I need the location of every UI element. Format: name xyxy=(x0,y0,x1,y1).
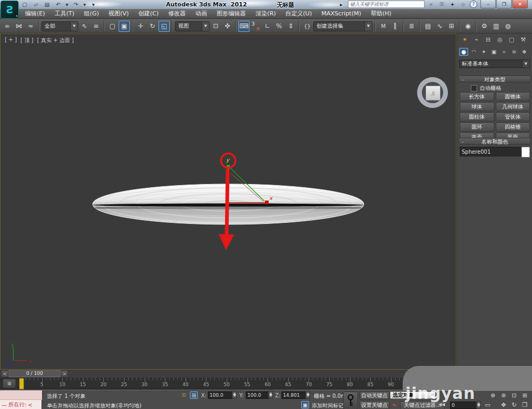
undo-dropdown-icon[interactable] xyxy=(65,1,69,8)
absolute-offset-toggle-icon[interactable] xyxy=(190,391,198,399)
save-file-icon[interactable] xyxy=(43,1,52,8)
zoom-extents-all-icon[interactable] xyxy=(520,391,529,399)
add-time-tag-icon[interactable] xyxy=(301,401,309,408)
bind-to-space-warp-icon[interactable] xyxy=(25,21,36,32)
menu-item[interactable]: 自定义(U) xyxy=(281,9,317,19)
close-button[interactable] xyxy=(512,0,528,9)
object-type-button[interactable]: 球体 xyxy=(460,102,494,111)
new-key-mode-icon[interactable] xyxy=(390,401,398,408)
rectangular-selection-region-icon[interactable] xyxy=(107,21,118,32)
select-and-scale-icon[interactable] xyxy=(159,21,170,32)
mini-curve-editor-icon[interactable] xyxy=(3,379,16,388)
maxscript-listener-line[interactable]: — 所在行: < xyxy=(0,400,42,409)
orbit-icon[interactable] xyxy=(510,401,519,409)
viewcube[interactable]: 上 xyxy=(417,77,448,108)
selection-filter-dropdown[interactable]: 全部 xyxy=(41,21,78,31)
current-frame-field[interactable] xyxy=(450,402,477,409)
pan-icon[interactable] xyxy=(499,401,508,409)
redo-dropdown-icon[interactable] xyxy=(82,1,87,8)
new-scene-icon[interactable] xyxy=(20,1,29,8)
select-object-icon[interactable] xyxy=(79,21,90,32)
viewport-menu-shading[interactable]: [ 真实 + 边面 ] xyxy=(37,37,74,44)
redo-icon[interactable] xyxy=(71,1,80,8)
time-slider-value[interactable]: 0 / 100 xyxy=(9,370,61,377)
help-icon[interactable] xyxy=(470,1,477,8)
auto-key-button[interactable]: 自动关键点 xyxy=(360,391,389,400)
goto-start-icon[interactable]: ◀◀ xyxy=(438,402,445,407)
search-icon[interactable] xyxy=(427,1,435,8)
named-selection-sets-icon[interactable] xyxy=(302,21,313,32)
unlink-selection-icon[interactable] xyxy=(13,21,24,32)
category-helpers-icon[interactable] xyxy=(500,48,509,56)
tab-modify-icon[interactable] xyxy=(471,35,481,44)
menu-item[interactable]: MAXScript(M) xyxy=(317,9,366,19)
percent-snap-icon[interactable] xyxy=(273,21,285,32)
category-lights-icon[interactable] xyxy=(479,48,488,56)
viewport-menu-general[interactable]: [ + ] xyxy=(5,37,17,44)
menu-item[interactable]: 创建(C) xyxy=(134,9,163,19)
max-logo-button[interactable]: S xyxy=(1,1,19,19)
menu-item[interactable]: 帮助(H) xyxy=(366,9,396,19)
maximize-button[interactable] xyxy=(496,0,512,9)
infocenter-expand-icon[interactable] xyxy=(337,1,345,8)
curve-editor-icon[interactable] xyxy=(434,21,445,32)
object-type-button[interactable]: 长方体 xyxy=(460,92,494,101)
select-by-name-icon[interactable] xyxy=(90,21,102,32)
maximize-viewport-icon[interactable] xyxy=(520,401,529,409)
menu-item[interactable]: 动画 xyxy=(190,9,212,19)
align-icon[interactable] xyxy=(389,21,401,32)
set-keys-button[interactable] xyxy=(343,391,358,409)
menu-item[interactable]: 编辑(E) xyxy=(20,9,50,19)
keyboard-override-toggle-icon[interactable] xyxy=(238,21,250,32)
tab-display-icon[interactable] xyxy=(506,35,517,44)
selection-set-dropdown[interactable]: 创建选择集 xyxy=(313,21,372,31)
object-type-button[interactable]: 圆环 xyxy=(460,122,494,131)
render-setup-icon[interactable] xyxy=(479,21,490,32)
viewport-menu-pov[interactable]: [ 顶 ] xyxy=(21,37,34,44)
material-editor-icon[interactable] xyxy=(462,21,473,32)
set-key-button[interactable]: 设置关键点 xyxy=(360,401,389,409)
object-type-button[interactable]: 几何球体 xyxy=(496,102,530,111)
window-crossing-toggle-icon[interactable] xyxy=(119,21,130,32)
angle-snap-icon[interactable] xyxy=(262,21,273,32)
selection-lock-icon[interactable] xyxy=(180,391,188,399)
tab-hierarchy-icon[interactable] xyxy=(483,35,493,44)
category-geometry-icon[interactable] xyxy=(459,48,468,56)
undo-icon[interactable] xyxy=(54,1,63,8)
menu-item[interactable]: 图形编辑器 xyxy=(212,9,251,19)
menu-item[interactable]: 组(G) xyxy=(79,9,104,19)
object-type-button[interactable]: 管状体 xyxy=(496,112,530,121)
viewcube-top-face[interactable]: 上 xyxy=(426,86,440,101)
sphere-object[interactable] xyxy=(92,183,365,225)
search-input[interactable] xyxy=(348,1,425,8)
autogrid-checkbox[interactable] xyxy=(471,85,477,91)
viewport-top[interactable]: [ + ] [ 顶 ] [ 真实 + 边面 ] xyxy=(0,34,456,370)
maxscript-mini-listener[interactable] xyxy=(0,390,43,400)
y-coord-field[interactable] xyxy=(246,391,269,399)
reference-coordinate-dropdown[interactable]: 视图 xyxy=(175,21,210,31)
schematic-view-icon[interactable] xyxy=(446,21,457,32)
favorites-icon[interactable] xyxy=(459,1,467,8)
minimize-button[interactable] xyxy=(480,0,496,9)
category-spacewarps-icon[interactable] xyxy=(510,48,519,56)
menu-item[interactable]: 修改器 xyxy=(163,9,190,19)
add-time-tag-label[interactable]: 添加时间标记 xyxy=(312,402,344,409)
zoom-icon[interactable] xyxy=(488,391,497,399)
z-coord-field[interactable] xyxy=(281,391,306,399)
tab-utilities-icon[interactable] xyxy=(518,35,528,44)
track-bar[interactable]: 051015202530354045505560657075808590 xyxy=(0,378,456,389)
use-pivot-point-icon[interactable] xyxy=(210,21,221,32)
menu-item[interactable]: 工具(T) xyxy=(50,9,79,19)
qat-customize-icon[interactable] xyxy=(89,1,98,8)
category-cameras-icon[interactable] xyxy=(489,48,498,56)
name-color-rollout-header[interactable]: - 名称和颜色 xyxy=(459,138,531,145)
primitive-type-dropdown[interactable]: 标准基本体 xyxy=(459,60,530,68)
tab-motion-icon[interactable] xyxy=(495,35,505,44)
next-frame-button[interactable]: > xyxy=(61,370,68,378)
zoom-region-icon[interactable] xyxy=(483,401,492,409)
select-and-manipulate-icon[interactable] xyxy=(222,21,233,32)
menu-item[interactable]: 渲染(R) xyxy=(251,9,280,19)
zoom-all-icon[interactable] xyxy=(499,391,508,399)
snap-toggle-icon[interactable]: 3 xyxy=(250,21,261,32)
object-name-field[interactable] xyxy=(460,147,522,156)
